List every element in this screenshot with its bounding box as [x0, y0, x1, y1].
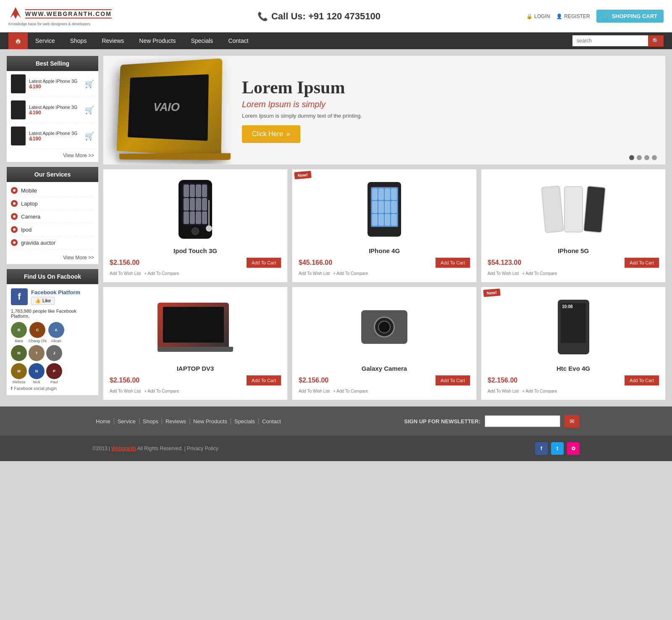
add-to-cart-icon[interactable]: 🛒 — [85, 132, 94, 141]
product-price-row: $2.156.00 Add To Cart — [488, 375, 659, 385]
product-image-camera — [299, 293, 470, 361]
product-image-iphone4 — [299, 176, 470, 243]
product-price: $2.156.00 — [110, 377, 139, 384]
facebook-panel: Find Us On Facbook f Facebook Platform 👍… — [6, 269, 99, 396]
user-icon: 👤 — [556, 13, 562, 19]
wishlist-link[interactable]: Add To Wish List — [488, 389, 519, 393]
cart-button[interactable]: 🛒 SHOPPING CART — [596, 10, 664, 23]
wishlist-link[interactable]: Add To Wish List — [488, 271, 519, 276]
compare-link[interactable]: + Add To Compare — [522, 271, 557, 276]
service-item-camera[interactable]: Camera — [11, 210, 94, 223]
compare-link[interactable]: + Add To Compare — [522, 389, 557, 393]
add-to-cart-icon[interactable]: 🛒 — [85, 79, 94, 89]
search-input[interactable] — [572, 35, 648, 46]
search-button[interactable]: 🔍 — [648, 35, 664, 47]
compare-link[interactable]: + Add To Compare — [333, 271, 368, 276]
facebook-social-icon[interactable]: f — [535, 442, 548, 455]
product-thumbnail — [11, 74, 26, 93]
add-to-cart-button[interactable]: Add To Cart — [247, 375, 281, 385]
wishlist-link[interactable]: Add To Wish List — [299, 271, 330, 276]
footer-link-new-products[interactable]: New Products — [190, 418, 231, 425]
best-selling-item: Latest Apple iPhone 3G &190 🛒 — [7, 71, 98, 97]
footer-link-specials[interactable]: Specials — [231, 418, 259, 425]
product-name: Latest Apple iPhone 3G — [29, 131, 81, 136]
hero-dot-3[interactable] — [644, 155, 649, 160]
nav-item-reviews[interactable]: Reviews — [94, 32, 131, 49]
nav-item-new-products[interactable]: New Products — [131, 32, 183, 49]
register-link[interactable]: 👤 REGISTER — [556, 13, 590, 19]
service-item-gravida[interactable]: gravida auctor — [11, 236, 94, 249]
brand-link[interactable]: Webgranth — [111, 446, 136, 451]
new-product-badge: New! — [294, 171, 311, 179]
add-to-cart-button[interactable]: Add To Cart — [436, 258, 470, 268]
camera-lens — [374, 317, 395, 338]
avatar: P — [46, 363, 62, 379]
product-title: Ipod Touch 3G — [110, 247, 281, 254]
hero-dot-2[interactable] — [637, 155, 642, 160]
footer-link-service[interactable]: Service — [114, 418, 139, 425]
newsletter-input[interactable] — [485, 415, 560, 427]
best-selling-item: Latest Apple iPhone 3G &190 🛒 — [7, 123, 98, 149]
footer-link-shops[interactable]: Shops — [139, 418, 162, 425]
add-to-cart-button[interactable]: Add To Cart — [436, 375, 470, 385]
product-card-iphone5: IPhone 5G $54.123.00 Add To Cart Add To … — [481, 169, 666, 282]
fb-count: 1,783,980 people like Facebook Platform. — [11, 309, 94, 319]
hero-text-area: Lorem Ipsum Lorem Ipsum is simply Lorem … — [234, 69, 665, 151]
nav-item-specials[interactable]: Specials — [183, 32, 220, 49]
product-thumbnail — [11, 127, 26, 145]
laptop-visual-card — [158, 303, 233, 352]
newsletter-submit-button[interactable]: ✉ — [564, 415, 580, 427]
wishlist-link[interactable]: Add To Wish List — [110, 271, 141, 276]
twitter-social-icon[interactable]: t — [551, 442, 564, 455]
laptop-screen: VAIO — [128, 74, 209, 140]
logo-icon — [8, 6, 23, 21]
service-item-laptop[interactable]: Laptop — [11, 197, 94, 210]
footer-link-reviews[interactable]: Reviews — [162, 418, 190, 425]
nav-item-service[interactable]: Service — [28, 32, 63, 49]
fb-header: f Facebook Platform 👍 Like — [11, 288, 94, 305]
product-title: Htc Evo 4G — [488, 365, 659, 372]
add-to-cart-button[interactable]: Add To Cart — [625, 375, 659, 385]
footer-link-home[interactable]: Home — [92, 418, 114, 425]
hero-laptop-image: VAIO — [117, 58, 223, 158]
product-price-row: $54.123.00 Add To Cart — [488, 258, 659, 268]
footer-link-contact[interactable]: Contact — [259, 418, 284, 425]
iphone4-visual — [368, 182, 401, 237]
add-to-cart-icon[interactable]: 🛒 — [85, 106, 94, 115]
services-view-more[interactable]: View More >> — [7, 251, 98, 264]
thumbs-up-icon: 👍 — [35, 298, 41, 303]
compare-link[interactable]: + Add To Compare — [144, 271, 179, 276]
product-price: $45.166.00 — [299, 259, 332, 266]
avatar: M — [11, 363, 27, 379]
flickr-social-icon[interactable]: ✿ — [567, 442, 580, 455]
hero-cta-button[interactable]: Click Here » — [242, 125, 300, 143]
product-name: Latest Apple iPhone 3G — [29, 79, 81, 84]
wishlist-link[interactable]: Add To Wish List — [299, 389, 330, 393]
services-title: Our Services — [7, 167, 98, 182]
add-to-cart-button[interactable]: Add To Cart — [247, 258, 281, 268]
fb-like-button[interactable]: 👍 Like — [31, 297, 55, 305]
product-title: Galaxy Camera — [299, 365, 470, 372]
nav-item-shops[interactable]: Shops — [63, 32, 94, 49]
fb-avatars: B Bara C Chang Chi A Alican — [11, 322, 94, 343]
product-price: $2.156.00 — [110, 259, 139, 266]
site-logo[interactable]: WWW.WEBGRANTH.COM Knowledge base for web… — [8, 6, 112, 26]
footer-bottom: ©2013 | Webgranth All Rights Reserved. |… — [0, 436, 672, 461]
compare-link[interactable]: + Add To Compare — [333, 389, 368, 393]
nav-home-button[interactable]: 🏠 — [8, 33, 28, 49]
fb-user-4: M — [11, 345, 27, 361]
hero-description: Lorem Ipsum is simply dummy text of the … — [242, 113, 657, 119]
nav-item-contact[interactable]: Contact — [220, 32, 256, 49]
service-item-mobile[interactable]: Mobile — [11, 184, 94, 197]
best-selling-view-more[interactable]: View More >> — [7, 149, 98, 162]
footer-content: Home Service Shops Reviews New Products … — [84, 415, 588, 427]
hero-dot-1[interactable] — [629, 155, 634, 160]
product-price: &190 — [29, 84, 81, 90]
service-item-ipod[interactable]: Ipod — [11, 223, 94, 236]
login-link[interactable]: 🔒 LOGIN — [526, 13, 550, 19]
hero-dot-4[interactable] — [652, 155, 657, 160]
compare-link[interactable]: + Add To Compare — [144, 389, 179, 393]
add-to-cart-button[interactable]: Add To Cart — [625, 258, 659, 268]
avatar: N — [29, 363, 45, 379]
wishlist-link[interactable]: Add To Wish List — [110, 389, 141, 393]
